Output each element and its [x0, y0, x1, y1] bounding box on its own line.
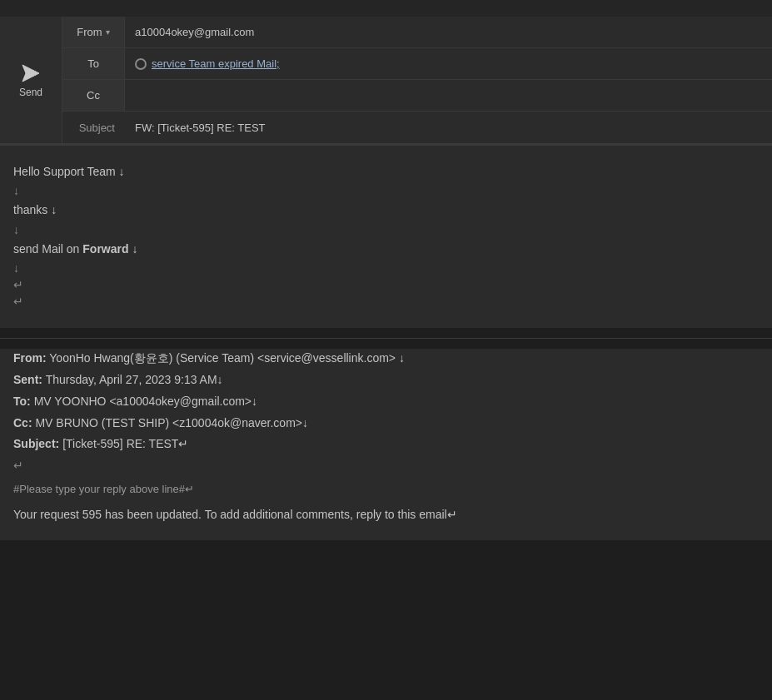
from-row: From ▾ a10004okey@gmail.com — [62, 17, 772, 48]
subject-row: Subject FW: [Ticket-595] RE: TEST — [62, 112, 772, 143]
chevron-down-icon: ▾ — [106, 27, 110, 37]
to-radio-indicator — [135, 58, 147, 70]
cc-row: Cc — [62, 80, 772, 112]
quoted-to-line: To: MV YOONHO <a10004okey@gmail.com>↓ — [13, 392, 759, 412]
body-line-5: send Mail on Forward ↓ — [13, 240, 759, 258]
quoted-divider — [0, 338, 772, 339]
body-return-1: ↵ — [13, 278, 759, 291]
svg-marker-0 — [22, 65, 39, 82]
body-area[interactable]: Hello Support Team ↓ ↓ thanks ↓ ↓ send M… — [0, 146, 772, 328]
body-return-2: ↵ — [13, 295, 759, 308]
to-field-value: service Team expired Mail; — [125, 52, 772, 75]
to-recipient-link[interactable]: service Team expired Mail; — [152, 57, 280, 70]
quoted-subject-line: Subject: [Ticket-595] RE: TEST↵ — [13, 434, 759, 454]
quoted-from-line: From: YoonHo Hwang(황윤호) (Service Team) <… — [13, 349, 759, 369]
header-row: Send From ▾ a10004okey@gmail.com To — [0, 17, 772, 144]
body-line-4: ↓ — [13, 223, 759, 236]
send-icon — [19, 62, 42, 85]
to-button[interactable]: To — [62, 48, 125, 79]
body-line-1: Hello Support Team ↓ — [13, 162, 759, 181]
from-value: a10004okey@gmail.com — [125, 19, 772, 45]
top-bar — [0, 0, 772, 17]
cc-value — [125, 89, 772, 102]
subject-value: FW: [Ticket-595] RE: TEST — [125, 115, 276, 141]
send-button[interactable]: Send — [0, 17, 62, 143]
body-line-3: thanks ↓ — [13, 201, 759, 219]
quoted-return: ↵ — [13, 456, 759, 476]
from-button[interactable]: From ▾ — [62, 17, 125, 47]
fields-area: From ▾ a10004okey@gmail.com To service T… — [62, 17, 772, 143]
send-label: Send — [19, 87, 42, 98]
quoted-sent-line: Sent: Thursday, April 27, 2023 9:13 AM↓ — [13, 370, 759, 390]
subject-label: Subject — [62, 122, 125, 134]
quoted-cc-line: Cc: MV BRUNO (TEST SHIP) <z10004ok@naver… — [13, 414, 759, 434]
body-line-2: ↓ — [13, 184, 759, 197]
compose-area: Send From ▾ a10004okey@gmail.com To — [0, 17, 772, 145]
cc-button[interactable]: Cc — [62, 80, 125, 111]
reply-hint: #Please type your reply above line#↵ — [13, 483, 759, 495]
to-row: To service Team expired Mail; — [62, 48, 772, 80]
body-line-6: ↓ — [13, 261, 759, 275]
quoted-section: From: YoonHo Hwang(황윤호) (Service Team) <… — [0, 349, 772, 540]
update-text: Your request 595 has been updated. To ad… — [13, 505, 759, 524]
